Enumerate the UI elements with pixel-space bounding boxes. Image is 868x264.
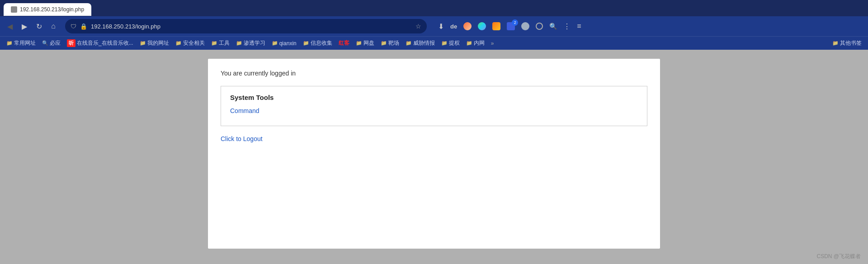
extension3-icon[interactable]	[490, 20, 503, 32]
bookmark-label: 必应	[50, 39, 61, 47]
bookmark-label: 渗透学习	[244, 39, 265, 47]
translate-icon[interactable]: de	[448, 21, 459, 32]
bookmark-label: 我的网址	[147, 39, 169, 47]
bookmark-qianxin[interactable]: 📁 qianxin	[269, 39, 299, 47]
nav-right-icons: ⬇ de 2 🔍 ⋮ ≡	[436, 20, 584, 33]
watermark: CSDN @飞花蝶者	[816, 253, 861, 260]
tab-bar: 192.168.250.213/login.php	[0, 0, 868, 16]
download-icon[interactable]: ⬇	[436, 20, 446, 33]
notification-badge: 2	[512, 19, 518, 26]
tab-title: 192.168.250.213/login.php	[20, 6, 84, 13]
bookmark-label: 网盘	[363, 39, 374, 47]
bookmark-label: 信息收集	[311, 39, 332, 47]
lock-icon: 🔒	[80, 23, 87, 30]
bookmark-label: 威胁情报	[413, 39, 435, 47]
bookmark-label: 在线音乐_在线音乐收...	[77, 39, 133, 47]
bookmark-label: qianxin	[279, 40, 297, 47]
profile-icon[interactable]	[519, 20, 532, 32]
address-bar[interactable]: 🛡 🔒 192.168.250.213/login.php ☆	[65, 19, 427, 33]
bookmark-label: 安全相关	[183, 39, 205, 47]
folder-icon: 📁	[236, 40, 242, 46]
bookmark-otherbookmarks[interactable]: 📁 其他书签	[830, 38, 864, 48]
bookmark-mywangzhi[interactable]: 📁 我的网址	[137, 38, 172, 48]
logged-in-message: You are currently logged in	[221, 70, 647, 77]
url-text: 192.168.250.213/login.php	[91, 23, 412, 30]
menu-icon[interactable]: ≡	[575, 20, 583, 32]
folder-icon: 📁	[832, 40, 839, 46]
bookmark-label: 靶场	[388, 39, 399, 47]
home-button[interactable]: ⌂	[47, 20, 60, 33]
folder-icon: 📁	[441, 40, 448, 46]
more-icon: »	[491, 40, 494, 47]
folder-icon: 📁	[406, 40, 412, 46]
bookmark-redker[interactable]: 红客	[336, 38, 352, 48]
folder-icon: 📁	[466, 40, 472, 46]
extension2-icon[interactable]	[476, 20, 488, 32]
bookmark-music[interactable]: 听 在线音乐_在线音乐收...	[64, 38, 136, 48]
search-icon: 🔍	[42, 40, 48, 46]
bookmark-intranet[interactable]: 📁 内网	[463, 38, 487, 48]
active-tab[interactable]: 192.168.250.213/login.php	[4, 3, 91, 16]
folder-icon: 📁	[303, 40, 309, 46]
folder-icon: 📁	[356, 40, 362, 46]
reload-button[interactable]: ↻	[33, 20, 45, 33]
bookmark-bar: 📁 常用网址 🔍 必应 听 在线音乐_在线音乐收... 📁 我的网址 📁 安全相…	[0, 36, 868, 50]
folder-icon: 📁	[272, 40, 278, 46]
bookmark-label: 常用网址	[14, 39, 36, 47]
system-tools-box: System Tools Command	[221, 86, 647, 126]
folder-icon: 📁	[6, 40, 13, 46]
bookmark-more[interactable]: »	[488, 39, 497, 47]
more-options-icon[interactable]: ⋮	[561, 20, 573, 33]
bookmark-security[interactable]: 📁 安全相关	[173, 38, 208, 48]
browser-chrome: 192.168.250.213/login.php ◀ ▶ ↻ ⌂ 🛡 🔒 19…	[0, 0, 868, 50]
bookmark-changeyongwangzhi[interactable]: 📁 常用网址	[4, 38, 38, 48]
notification-icon[interactable]: 2	[505, 20, 517, 32]
bookmark-escalate[interactable]: 📁 提权	[439, 38, 462, 48]
bookmark-infocollect[interactable]: 📁 信息收集	[300, 38, 335, 48]
page-content: You are currently logged in System Tools…	[0, 50, 868, 258]
bookmark-star-icon[interactable]: ☆	[415, 23, 421, 30]
bookmark-tools[interactable]: 📁 工具	[208, 38, 232, 48]
shield-icon: 🛡	[71, 23, 76, 30]
search-icon[interactable]: 🔍	[547, 21, 559, 32]
extension1-icon[interactable]	[461, 20, 474, 32]
bookmark-threat[interactable]: 📁 威胁情报	[403, 38, 438, 48]
command-link[interactable]: Command	[230, 107, 259, 114]
back-button[interactable]: ◀	[4, 20, 16, 33]
folder-icon: 📁	[140, 40, 146, 46]
bookmark-biying[interactable]: 🔍 必应	[39, 38, 63, 48]
bookmark-label: 工具	[219, 39, 230, 47]
tab-favicon	[11, 6, 17, 13]
system-tools-title: System Tools	[230, 94, 638, 101]
bookmark-penetration[interactable]: 📁 渗透学习	[233, 38, 268, 48]
bookmark-target[interactable]: 📁 靶场	[378, 38, 402, 48]
bookmark-netdisk[interactable]: 📁 网盘	[353, 38, 377, 48]
bookmark-label: 其他书签	[840, 39, 862, 47]
extensions-icon[interactable]	[533, 21, 545, 32]
page-card: You are currently logged in System Tools…	[208, 59, 660, 249]
redker-icon: 红客	[339, 39, 349, 47]
logout-link[interactable]: Click to Logout	[221, 135, 647, 142]
folder-icon: 📁	[211, 40, 217, 46]
forward-button[interactable]: ▶	[18, 20, 31, 33]
bookmark-label: 提权	[449, 39, 460, 47]
folder-icon: 📁	[175, 40, 182, 46]
music-badge: 听	[67, 39, 75, 47]
folder-icon: 📁	[381, 40, 387, 46]
bookmark-label: 内网	[474, 39, 485, 47]
nav-bar: ◀ ▶ ↻ ⌂ 🛡 🔒 192.168.250.213/login.php ☆ …	[0, 16, 868, 36]
